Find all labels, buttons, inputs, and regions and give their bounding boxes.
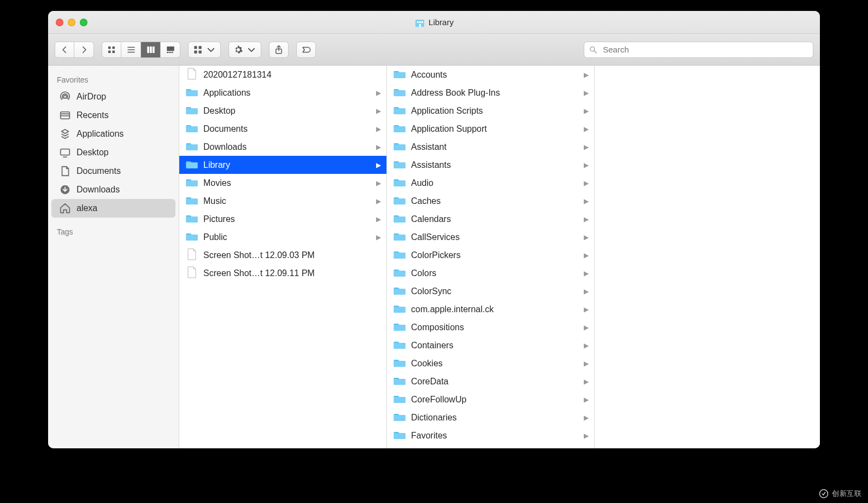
docs-icon	[59, 165, 71, 177]
sidebar-item-documents[interactable]: Documents	[51, 162, 175, 180]
folder-row[interactable]: Calendars▶	[387, 210, 594, 228]
chevron-right-icon: ▶	[376, 161, 381, 169]
sidebar-item-alexa[interactable]: alexa	[51, 199, 175, 218]
row-name: Dictionaries	[411, 413, 578, 423]
folder-row[interactable]: Compositions▶	[387, 318, 594, 336]
file-row[interactable]: Screen Shot…t 12.09.11 PM	[179, 264, 386, 282]
folder-icon	[394, 285, 406, 297]
folder-row[interactable]: Public▶	[179, 228, 386, 246]
folder-row[interactable]: CoreData▶	[387, 372, 594, 390]
folder-row[interactable]: Address Book Plug-Ins▶	[387, 84, 594, 102]
action-menu-button[interactable]	[228, 42, 261, 58]
sidebar-item-downloads[interactable]: Downloads	[51, 180, 175, 199]
folder-row[interactable]: ColorPickers▶	[387, 246, 594, 264]
view-gallery-button[interactable]	[161, 42, 180, 58]
folder-row[interactable]: Applications▶	[179, 84, 386, 102]
minimize-window-button[interactable]	[68, 19, 75, 26]
row-name: Compositions	[411, 323, 578, 332]
file-row[interactable]: 20200127181314	[179, 66, 386, 84]
folder-row[interactable]: Desktop▶	[179, 102, 386, 120]
sidebar-item-applications[interactable]: Applications	[51, 125, 175, 143]
share-button[interactable]	[269, 42, 289, 58]
svg-rect-15	[153, 46, 155, 53]
folder-row[interactable]: Favorites▶	[387, 426, 594, 444]
view-mode-buttons	[102, 42, 180, 58]
chevron-right-icon: ▶	[376, 89, 381, 97]
folder-row[interactable]: Containers▶	[387, 336, 594, 354]
folder-row[interactable]: Music▶	[179, 192, 386, 210]
sidebar-item-desktop[interactable]: Desktop	[51, 143, 175, 162]
airdrop-icon	[59, 91, 71, 103]
folder-row[interactable]: Colors▶	[387, 264, 594, 282]
window-title: Library	[429, 17, 454, 27]
chevron-right-icon: ▶	[584, 161, 589, 169]
folder-row[interactable]: Movies▶	[179, 174, 386, 192]
folder-icon	[394, 195, 406, 207]
view-column-button[interactable]	[141, 42, 161, 58]
folder-row[interactable]: Pictures▶	[179, 210, 386, 228]
row-name: Movies	[203, 178, 371, 188]
folder-row[interactable]: CoreFollowUp▶	[387, 390, 594, 408]
folder-row[interactable]: CallServices▶	[387, 228, 594, 246]
sidebar-item-airdrop[interactable]: AirDrop	[51, 87, 175, 106]
folder-row[interactable]: Assistant▶	[387, 138, 594, 156]
folder-icon	[394, 321, 406, 334]
chevron-right-icon: ▶	[584, 125, 589, 133]
view-icon-button[interactable]	[102, 42, 121, 58]
row-name: com.apple.internal.ck	[411, 305, 578, 314]
row-name: Colors	[411, 268, 578, 278]
chevron-right-icon: ▶	[376, 197, 381, 205]
row-name: Assistants	[411, 160, 578, 170]
folder-icon	[394, 231, 406, 243]
file-icon	[186, 68, 198, 82]
sidebar-item-label: Applications	[77, 129, 124, 139]
folder-row[interactable]: ColorSync▶	[387, 282, 594, 300]
svg-rect-20	[194, 46, 197, 49]
folder-row[interactable]: Assistants▶	[387, 156, 594, 174]
folder-row[interactable]: Downloads▶	[179, 138, 386, 156]
search-input[interactable]	[602, 44, 808, 55]
folder-row[interactable]: Dictionaries▶	[387, 408, 594, 426]
folder-icon	[394, 141, 406, 153]
chevron-right-icon: ▶	[584, 270, 589, 277]
svg-rect-9	[113, 50, 115, 53]
folder-row[interactable]: Application Scripts▶	[387, 102, 594, 120]
edit-tags-button[interactable]	[296, 42, 316, 58]
row-name: Containers	[411, 341, 578, 350]
file-row[interactable]: Screen Shot…t 12.09.03 PM	[179, 246, 386, 264]
recents-icon	[59, 109, 71, 121]
row-name: Calendars	[411, 214, 578, 224]
folder-icon	[186, 195, 198, 207]
svg-rect-31	[61, 149, 70, 155]
sidebar-item-recents[interactable]: Recents	[51, 106, 175, 125]
folder-row[interactable]: Cookies▶	[387, 354, 594, 372]
chevron-right-icon: ▶	[584, 252, 589, 259]
nav-forward-button[interactable]	[74, 42, 94, 58]
window-controls	[48, 19, 87, 26]
row-name: Assistant	[411, 142, 578, 152]
view-list-button[interactable]	[121, 42, 141, 58]
close-window-button[interactable]	[56, 19, 63, 26]
row-name: Application Support	[411, 124, 578, 134]
chevron-right-icon: ▶	[584, 288, 589, 295]
folder-icon	[186, 177, 198, 189]
folder-row[interactable]: Audio▶	[387, 174, 594, 192]
folder-row[interactable]: Documents▶	[179, 120, 386, 138]
folder-row[interactable]: Caches▶	[387, 192, 594, 210]
folder-row[interactable]: Application Support▶	[387, 120, 594, 138]
toolbar	[48, 34, 820, 66]
chevron-right-icon: ▶	[376, 179, 381, 187]
folder-row[interactable]: Library▶	[179, 156, 386, 174]
folder-row[interactable]: Accounts▶	[387, 66, 594, 84]
zoom-window-button[interactable]	[80, 19, 87, 26]
arrange-button[interactable]	[188, 42, 221, 58]
row-name: Audio	[411, 178, 578, 188]
search-field[interactable]	[584, 42, 813, 58]
svg-rect-22	[194, 50, 197, 53]
folder-row[interactable]: com.apple.internal.ck▶	[387, 300, 594, 318]
file-icon	[186, 266, 198, 280]
chevron-right-icon: ▶	[584, 107, 589, 115]
home-icon	[59, 202, 71, 214]
sidebar-item-label: Recents	[77, 110, 109, 120]
nav-back-button[interactable]	[55, 42, 74, 58]
